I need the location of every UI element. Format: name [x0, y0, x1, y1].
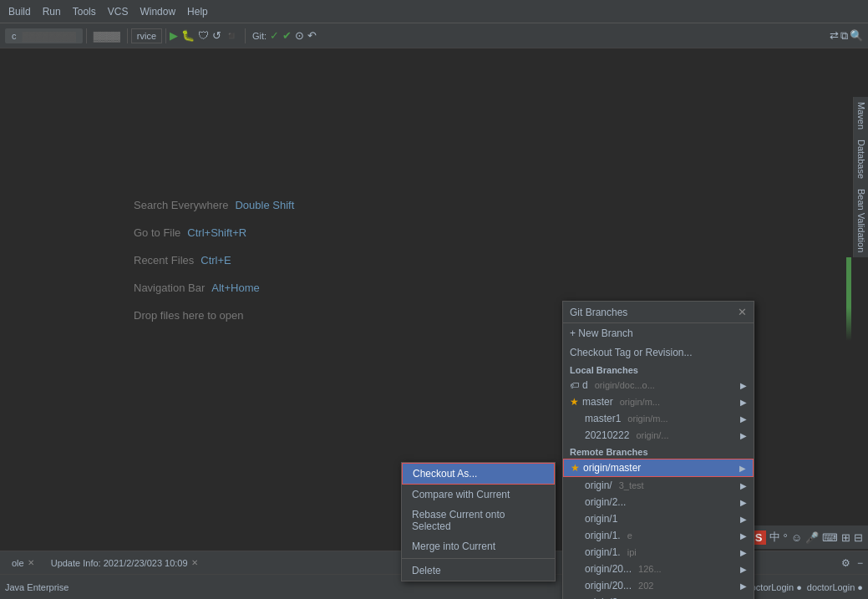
branch-origin-1[interactable]: origin/1 ▶ [563, 510, 754, 527]
branch-origin-master-name: origin/master [583, 462, 641, 474]
tab-settings-icon[interactable]: ⚙ [841, 557, 850, 569]
stop-button[interactable]: ◾ [225, 29, 238, 42]
context-menu-merge[interactable]: Merge into Current [402, 536, 555, 556]
context-menu: Checkout As... Compare with Current Reba… [401, 462, 556, 581]
context-menu-delete[interactable]: Delete [402, 561, 555, 581]
git-branches-title: Git Branches [570, 307, 627, 318]
checkout-tag-label: Checkout Tag or Revision... [570, 347, 693, 358]
search-toolbar-icon[interactable]: 🔍 [850, 29, 863, 42]
branch-origin-20-126[interactable]: origin/20... 126... ▶ [563, 561, 754, 577]
branch-origin-1p[interactable]: origin/1. ipi ▶ [563, 544, 754, 561]
branch-origin-20-202-name: origin/20... [585, 580, 632, 591]
update-info-tab-label: Update Info: 2021/2/23/023 10:09 [51, 558, 188, 568]
bean-validation-panel-label[interactable]: Bean Validation [853, 184, 868, 257]
checkout-tag-button[interactable]: Checkout Tag or Revision... [563, 343, 754, 362]
ime-mic-icon: 🎤 [805, 531, 819, 544]
branch-origin-master[interactable]: ★ origin/master ▶ [563, 459, 754, 477]
git-check-icon[interactable]: ✓ [270, 29, 279, 42]
shortcut-drop: Drop files here to open [134, 309, 294, 322]
branch-d[interactable]: 🏷 d origin/doc...o... ▶ [563, 377, 754, 393]
menu-help[interactable]: Help [182, 4, 213, 19]
branch-origin-1e-suffix: e [627, 530, 632, 541]
branch-origin-3test-name: origin/ [585, 480, 612, 491]
git-doctor-login[interactable]: doctorLogin ● [807, 582, 863, 592]
ime-dot-icon: ° [784, 531, 788, 544]
refresh-button[interactable]: ↺ [212, 29, 221, 42]
context-menu-checkout-as[interactable]: Checkout As... [402, 463, 555, 485]
update-info-tab[interactable]: Update Info: 2021/2/23/023 10:09 ✕ [44, 556, 205, 570]
shortcut-drop-label: Drop files here to open [134, 309, 244, 322]
branch-origin-1e-name: origin/1. [585, 530, 621, 541]
side-panel-right: Maven Database Bean Validation [853, 97, 868, 597]
restore-icon[interactable]: ⧉ [840, 29, 848, 43]
branch-origin-3test[interactable]: origin/ 3_test ▶ [563, 477, 754, 494]
git-branches-panel: Git Branches ✕ + New Branch Checkout Tag… [562, 301, 754, 599]
arrow-right-icon: ▶ [740, 414, 747, 424]
context-menu-rebase[interactable]: Rebase Current onto Selected [402, 505, 555, 536]
java-enterprise-label: Java Enterprise [5, 582, 69, 592]
share-icon[interactable]: ⇄ [830, 29, 839, 42]
branch-d-origin: origin/doc...o... [595, 380, 655, 390]
arrow-right-selected-icon: ▶ [739, 464, 746, 473]
file-tab[interactable]: c ▓▓▓▓▓▓▓▓ [5, 28, 83, 43]
arrow-right-icon: ▶ [740, 581, 747, 591]
git-branches-header: Git Branches ✕ [563, 302, 754, 323]
branch-d-name: d [582, 379, 588, 391]
branch-origin-20-202[interactable]: origin/20... 202 ▶ [563, 577, 754, 594]
branch-origin-1p-name: origin/1. [585, 546, 621, 558]
maven-panel-label[interactable]: Maven [853, 97, 868, 135]
arrow-right-icon: ▶ [740, 481, 747, 490]
context-menu-separator [402, 558, 555, 559]
branch-20210222[interactable]: 20210222 origin/... ▶ [563, 427, 754, 444]
git-revert-icon[interactable]: ↶ [307, 29, 317, 42]
scroll-indicator [846, 257, 851, 341]
coverage-button[interactable]: 🛡 [198, 29, 209, 42]
menu-window[interactable]: Window [135, 4, 180, 19]
git-history-icon[interactable]: ⊙ [295, 29, 304, 42]
shortcut-search: Search Everywhere Double Shift [134, 199, 294, 211]
shortcut-recent-label: Recent Files [134, 254, 194, 267]
run-button[interactable]: ▶ [170, 29, 178, 42]
menu-run[interactable]: Run [38, 4, 66, 19]
branch-master[interactable]: ★ master origin/m... ▶ [563, 393, 754, 410]
menu-build[interactable]: Build [3, 4, 36, 19]
git-branches-close[interactable]: ✕ [738, 306, 747, 318]
database-panel-label[interactable]: Database [853, 135, 868, 184]
branch-origin-20-202n[interactable]: origin/2... 202 n...r ▶ [563, 594, 754, 599]
tag-icon: 🏷 [570, 380, 579, 390]
console-tab[interactable]: ole ✕ [5, 556, 41, 570]
branch-origin-2-name: origin/2... [585, 496, 626, 508]
star-origin-master-icon: ★ [571, 462, 580, 474]
debug-button[interactable]: 🐛 [181, 29, 195, 42]
arrow-right-icon: ▶ [740, 381, 747, 390]
shortcut-recent: Recent Files Ctrl+E [134, 254, 294, 267]
menu-vcs[interactable]: VCS [103, 4, 134, 19]
branch-master1[interactable]: master1 origin/m... ▶ [563, 410, 754, 427]
shortcut-nav: Navigation Bar Alt+Home [134, 282, 294, 294]
shortcut-goto-label: Go to File [134, 226, 180, 239]
ime-zh-icon: 中 [769, 530, 780, 545]
git-label: Git: [252, 31, 266, 41]
arrow-right-icon: ▶ [740, 548, 747, 557]
branch-20210222-name: 20210222 [585, 429, 629, 441]
main-editor-area: Search Everywhere Double Shift Go to Fil… [0, 48, 868, 549]
toolbar-spacer: ▓▓▓▓ [90, 31, 124, 41]
branch-master-origin: origin/m... [620, 397, 660, 407]
arrow-right-icon: ▶ [740, 515, 747, 524]
branch-origin-1e[interactable]: origin/1. e ▶ [563, 527, 754, 544]
git-check2-icon[interactable]: ✔ [282, 29, 292, 42]
menu-bar: Build Run Tools VCS Window Help [0, 0, 868, 23]
new-branch-button[interactable]: + New Branch [563, 323, 754, 343]
update-info-tab-close[interactable]: ✕ [191, 558, 198, 567]
arrow-right-icon: ▶ [740, 398, 747, 407]
menu-tools[interactable]: Tools [68, 4, 101, 19]
ime-emoji-icon: ☺ [791, 531, 802, 544]
tab-minus-icon[interactable]: − [857, 557, 863, 569]
context-menu-compare[interactable]: Compare with Current [402, 485, 555, 505]
arrow-right-icon: ▶ [740, 498, 747, 507]
run-config[interactable]: rvice [131, 28, 162, 43]
branch-origin-2[interactable]: origin/2... ▶ [563, 494, 754, 510]
ime-bar: S 中 ° ☺ 🎤 ⌨ ⊞ ⊟ [747, 525, 868, 549]
console-tab-close[interactable]: ✕ [28, 558, 34, 567]
shortcut-recent-key: Ctrl+E [201, 254, 231, 267]
